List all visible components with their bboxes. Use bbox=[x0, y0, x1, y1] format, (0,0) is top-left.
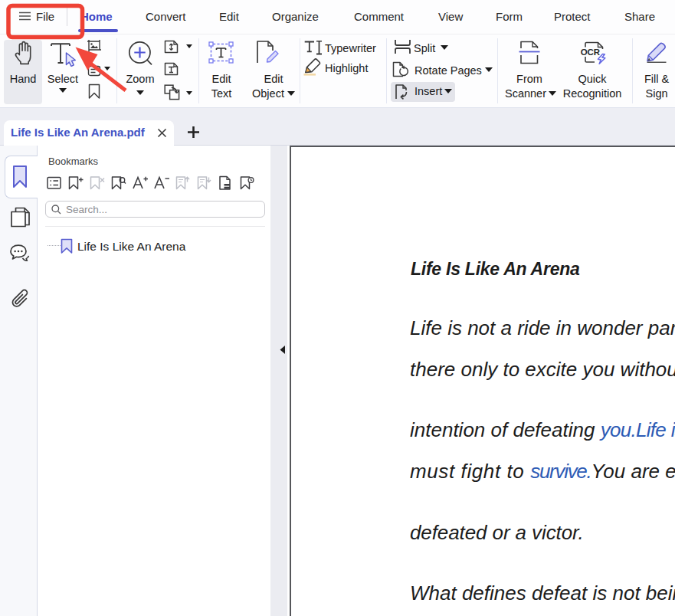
svg-text:OCR: OCR bbox=[581, 48, 601, 57]
